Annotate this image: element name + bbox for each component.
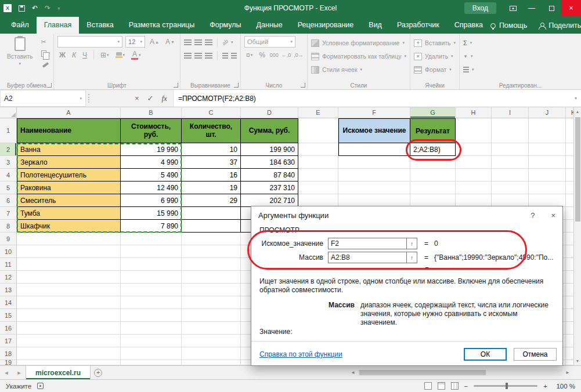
- minimize-button[interactable]: —: [522, 0, 542, 16]
- cell-B6[interactable]: 6 990: [121, 194, 182, 207]
- cell-G3[interactable]: [410, 156, 456, 169]
- undo-button[interactable]: ↶: [32, 4, 38, 12]
- decrease-font-button[interactable]: А▼: [164, 38, 176, 46]
- cell-H4[interactable]: [456, 169, 492, 182]
- save-icon[interactable]: [19, 5, 25, 12]
- cell-E3[interactable]: [298, 156, 338, 169]
- format-painter-button[interactable]: [41, 60, 50, 70]
- cell-A11[interactable]: [17, 258, 121, 271]
- new-sheet-button[interactable]: +: [91, 366, 106, 379]
- cell-H1[interactable]: [456, 118, 492, 143]
- row-header-19[interactable]: 19: [0, 360, 17, 365]
- cell-J3[interactable]: [529, 156, 566, 169]
- styles-item-3[interactable]: Стили ячеек▾: [311, 64, 406, 75]
- scroll-up-icon[interactable]: ▲: [574, 107, 581, 116]
- formula-input[interactable]: =ПРОСМОТР(F2;A2:B8): [173, 90, 571, 107]
- share-button[interactable]: Поделиться: [539, 21, 581, 30]
- column-header-F[interactable]: F: [338, 107, 410, 118]
- macro-record-icon[interactable]: [37, 383, 44, 389]
- cell-A5[interactable]: Раковина: [17, 182, 121, 194]
- cell-C17[interactable]: [182, 335, 241, 347]
- ok-button[interactable]: ОК: [464, 348, 507, 361]
- dialog-launcher-icon[interactable]: [301, 83, 305, 88]
- number-format-select[interactable]: Общий▾: [244, 36, 295, 48]
- insert-function-button[interactable]: fx: [162, 94, 167, 103]
- cell-C10[interactable]: [182, 245, 241, 258]
- maximize-button[interactable]: [542, 0, 561, 16]
- scroll-down-icon[interactable]: ▼: [574, 357, 581, 365]
- cell-I1[interactable]: [492, 118, 529, 143]
- cell-G2[interactable]: 2;A2:B8): [410, 143, 456, 156]
- cell-E4[interactable]: [298, 169, 338, 182]
- increase-indent-icon[interactable]: [231, 53, 237, 59]
- dialog-help-button[interactable]: ?: [531, 211, 535, 220]
- increase-decimal-button[interactable]: ←,0: [282, 52, 291, 58]
- cell-B1[interactable]: Стоимость, руб.: [121, 118, 182, 143]
- cell-A6[interactable]: Смеситель: [17, 194, 121, 207]
- vertical-scrollbar[interactable]: ▲ ▼: [573, 107, 581, 365]
- column-header-G[interactable]: G: [410, 107, 456, 118]
- zoom-level[interactable]: 100 %: [553, 383, 575, 390]
- name-box-resizer[interactable]: [88, 94, 94, 103]
- dialog-launcher-icon[interactable]: [47, 83, 52, 88]
- redo-button[interactable]: ↷: [45, 4, 50, 12]
- cell-C3[interactable]: 37: [182, 156, 241, 169]
- cell-J2[interactable]: [529, 143, 566, 156]
- decrease-indent-icon[interactable]: [222, 53, 228, 59]
- dialog-title-bar[interactable]: Аргументы функции ? ×: [251, 206, 562, 224]
- zoom-out-button[interactable]: −: [464, 383, 468, 390]
- increase-font-button[interactable]: А▲: [148, 38, 161, 46]
- tab-формулы[interactable]: Формулы: [202, 17, 248, 34]
- cell-B16[interactable]: [121, 322, 182, 335]
- scroll-right-icon[interactable]: ►: [564, 370, 572, 375]
- cell-A12[interactable]: [17, 271, 121, 284]
- row-header-18[interactable]: 18: [0, 347, 17, 360]
- vertical-scrollbar-thumb[interactable]: [575, 117, 580, 222]
- cell-A10[interactable]: [17, 245, 121, 258]
- styles-item-2[interactable]: Форматировать как таблицу▾: [311, 51, 406, 61]
- tab-вставка[interactable]: Вставка: [79, 17, 121, 34]
- cell-A15[interactable]: [17, 309, 121, 322]
- cancel-button[interactable]: Отмена: [514, 348, 557, 361]
- cell-C14[interactable]: [182, 296, 241, 309]
- horizontal-scrollbar-thumb[interactable]: [359, 370, 486, 375]
- copy-button[interactable]: ▾: [41, 49, 50, 58]
- cell-B10[interactable]: [121, 245, 182, 258]
- row-header-8[interactable]: 8: [0, 220, 17, 233]
- column-header-H[interactable]: H: [456, 107, 492, 118]
- page-layout-view-icon[interactable]: [438, 382, 445, 390]
- select-all-corner[interactable]: [0, 107, 17, 118]
- row-header-13[interactable]: 13: [0, 284, 17, 296]
- page-break-view-icon[interactable]: [451, 382, 459, 390]
- cell-C11[interactable]: [182, 258, 241, 271]
- cell-A9[interactable]: [17, 233, 121, 245]
- column-header-E[interactable]: E: [298, 107, 338, 118]
- column-header-C[interactable]: C: [182, 107, 241, 118]
- dialog-close-button[interactable]: ×: [551, 211, 555, 220]
- column-header-A[interactable]: A: [17, 107, 121, 118]
- row-header-17[interactable]: 17: [0, 335, 17, 347]
- dialog-launcher-icon[interactable]: [174, 83, 178, 88]
- styles-item-1[interactable]: Условное форматирование▾: [311, 38, 406, 48]
- cell-H3[interactable]: [456, 156, 492, 169]
- cell-C12[interactable]: [182, 271, 241, 284]
- cell-G5[interactable]: [410, 182, 456, 194]
- sheet-tab-active[interactable]: microexcel.ru: [26, 366, 91, 379]
- scroll-left-icon[interactable]: ◄: [349, 370, 357, 375]
- cell-D4[interactable]: 87 840: [241, 169, 298, 182]
- cut-button[interactable]: ✂: [41, 37, 50, 46]
- zoom-slider-thumb[interactable]: [506, 383, 508, 389]
- cell-A19[interactable]: [17, 360, 121, 365]
- underline-button[interactable]: Ч: [81, 51, 89, 59]
- cell-B5[interactable]: 12 490: [121, 182, 182, 194]
- tab-данные[interactable]: Данные: [249, 17, 290, 34]
- cell-I2[interactable]: [492, 143, 529, 156]
- cell-I4[interactable]: [492, 169, 529, 182]
- cell-D1[interactable]: Сумма, руб.: [241, 118, 298, 143]
- cell-C19[interactable]: [182, 360, 241, 365]
- cell-B7[interactable]: 15 990: [121, 207, 182, 220]
- tab-разработчик[interactable]: Разработчик: [389, 17, 447, 34]
- dialog-launcher-icon[interactable]: [234, 83, 239, 88]
- fill-button[interactable]: ▼▾: [463, 51, 578, 61]
- cell-F4[interactable]: [338, 169, 410, 182]
